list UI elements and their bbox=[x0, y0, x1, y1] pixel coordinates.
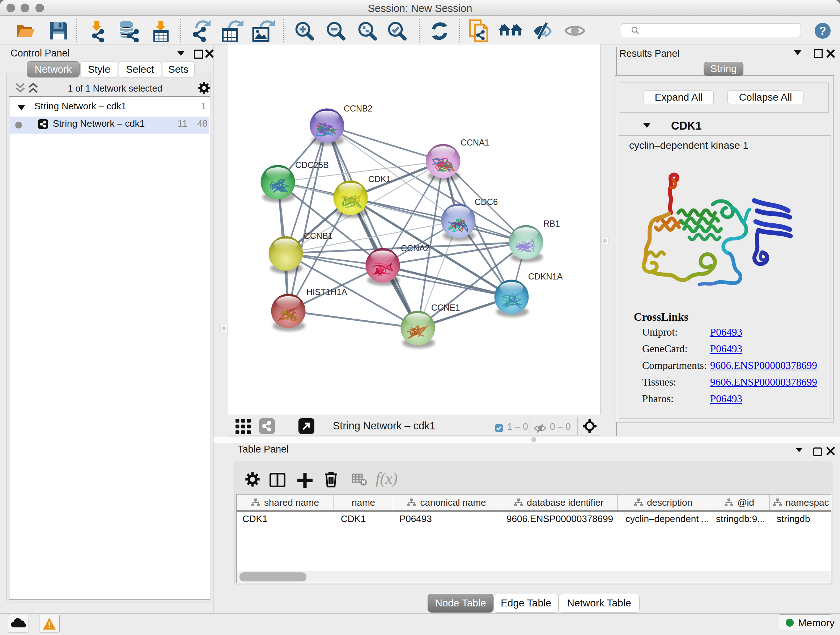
svg-text:CCNB1: CCNB1 bbox=[304, 231, 333, 241]
svg-text:RB1: RB1 bbox=[543, 219, 560, 228]
svg-text:CDKN1A: CDKN1A bbox=[528, 272, 563, 281]
svg-text:CCNE1: CCNE1 bbox=[431, 303, 460, 312]
svg-text:CDC6: CDC6 bbox=[475, 197, 498, 207]
svg-text:CCNB2: CCNB2 bbox=[344, 104, 373, 113]
svg-text:CCNA1: CCNA1 bbox=[461, 138, 489, 147]
svg-text:CCNA2: CCNA2 bbox=[401, 244, 430, 253]
svg-text:CDC25B: CDC25B bbox=[295, 160, 329, 170]
svg-text:HIST1H1A: HIST1H1A bbox=[306, 287, 347, 297]
svg-text:CDK1: CDK1 bbox=[368, 174, 391, 184]
